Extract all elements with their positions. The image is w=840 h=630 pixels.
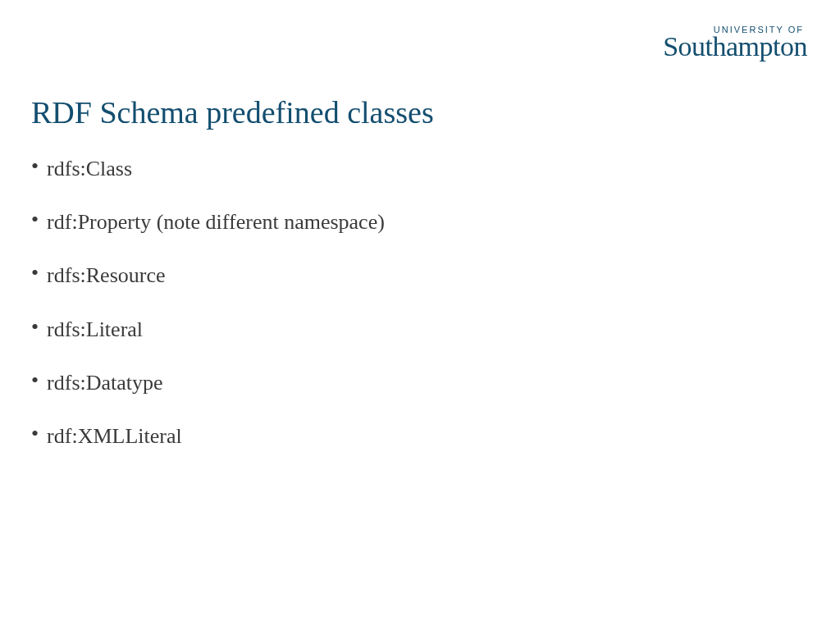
list-item: • rdfs:Resource bbox=[31, 262, 385, 288]
list-item: • rdfs:Datatype bbox=[31, 370, 385, 395]
bullet-icon: • bbox=[31, 209, 39, 231]
list-item: • rdfs:Literal bbox=[31, 317, 385, 342]
list-item: • rdf:XMLLiteral bbox=[31, 423, 385, 449]
university-logo: UNIVERSITY OF Southampton bbox=[663, 25, 807, 60]
bullet-text: rdf:Property (note different namespace) bbox=[47, 209, 385, 235]
bullet-icon: • bbox=[31, 156, 39, 177]
bullet-text: rdfs:Class bbox=[47, 156, 132, 181]
bullet-text: rdfs:Datatype bbox=[47, 370, 163, 395]
list-item: • rdfs:Class bbox=[31, 156, 385, 181]
logo-title: Southampton bbox=[663, 34, 807, 60]
bullet-icon: • bbox=[31, 370, 39, 391]
bullet-icon: • bbox=[31, 262, 39, 284]
list-item: • rdf:Property (note different namespace… bbox=[31, 209, 385, 235]
slide-content: • rdfs:Class • rdf:Property (note differ… bbox=[31, 156, 385, 477]
bullet-text: rdfs:Resource bbox=[47, 262, 165, 288]
bullet-text: rdf:XMLLiteral bbox=[47, 423, 182, 449]
bullet-text: rdfs:Literal bbox=[47, 317, 143, 342]
slide-title: RDF Schema predefined classes bbox=[31, 94, 434, 130]
bullet-icon: • bbox=[31, 317, 39, 338]
bullet-icon: • bbox=[31, 423, 39, 445]
